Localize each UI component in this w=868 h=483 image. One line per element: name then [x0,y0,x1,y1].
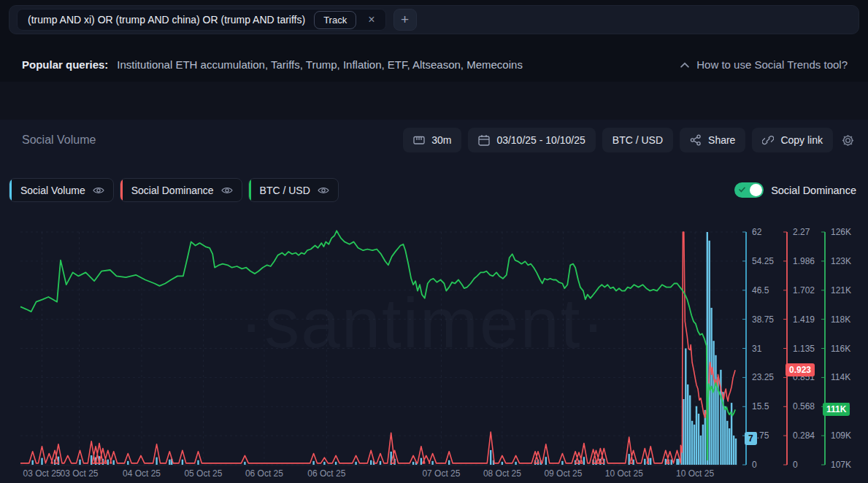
svg-text:08 Oct 25: 08 Oct 25 [483,468,521,479]
svg-text:62: 62 [752,227,762,237]
svg-text:31: 31 [752,344,762,354]
svg-text:123K: 123K [831,256,851,266]
svg-text:1.702: 1.702 [793,285,815,295]
svg-text:46.5: 46.5 [752,285,769,295]
svg-text:54.25: 54.25 [752,256,774,266]
svg-text:03 Oct 25: 03 Oct 25 [60,468,98,479]
chart-canvas[interactable]: 07.7515.523.253138.7546.554.256200.2840.… [0,0,868,483]
current-price-badge: 111K [823,403,850,416]
svg-text:04 Oct 25: 04 Oct 25 [123,468,161,479]
svg-text:1.986: 1.986 [793,256,815,266]
svg-text:2.27: 2.27 [793,227,810,237]
svg-text:0: 0 [752,460,757,470]
svg-text:118K: 118K [831,314,850,325]
svg-text:0.284: 0.284 [793,430,815,441]
svg-text:03 Oct 25: 03 Oct 25 [23,468,61,479]
svg-text:10 Oct 25: 10 Oct 25 [676,468,714,479]
svg-text:126K: 126K [831,227,851,237]
svg-text:116K: 116K [831,344,850,354]
current-volume-badge: 7 [745,432,757,445]
svg-text:0.568: 0.568 [793,401,815,411]
svg-text:38.75: 38.75 [752,314,774,325]
svg-text:15.5: 15.5 [752,401,769,411]
svg-text:107K: 107K [831,460,851,470]
svg-text:07 Oct 25: 07 Oct 25 [422,468,460,479]
svg-text:06 Oct 25: 06 Oct 25 [307,468,345,479]
svg-text:121K: 121K [831,285,851,295]
svg-text:23.25: 23.25 [752,372,774,382]
svg-text:09 Oct 25: 09 Oct 25 [544,468,582,479]
svg-text:05 Oct 25: 05 Oct 25 [184,468,222,479]
svg-text:10 Oct 25: 10 Oct 25 [605,468,643,479]
current-dominance-badge: 0.923 [786,363,815,376]
svg-text:114K: 114K [831,372,850,382]
svg-text:1.419: 1.419 [793,314,815,325]
svg-text:0: 0 [793,460,798,470]
svg-text:109K: 109K [831,430,851,441]
svg-text:1.135: 1.135 [793,344,815,354]
svg-text:06 Oct 25: 06 Oct 25 [245,468,283,479]
